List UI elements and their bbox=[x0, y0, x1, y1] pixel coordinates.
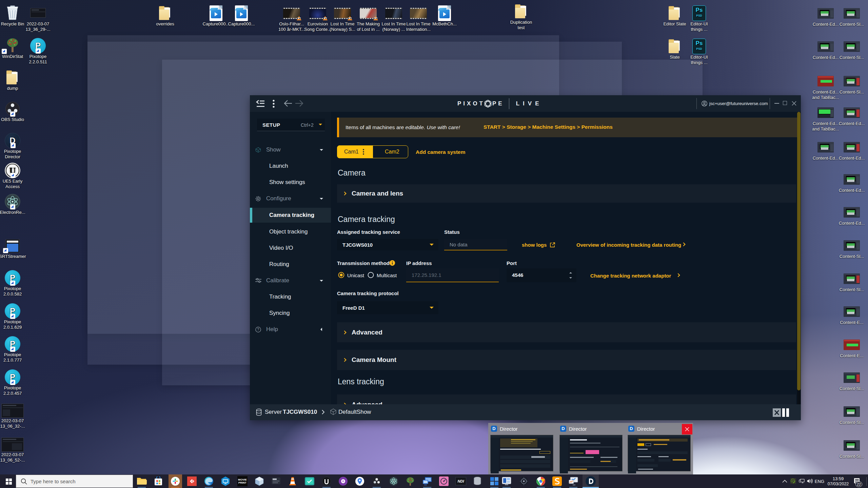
svg-text:?: ? bbox=[257, 327, 259, 331]
